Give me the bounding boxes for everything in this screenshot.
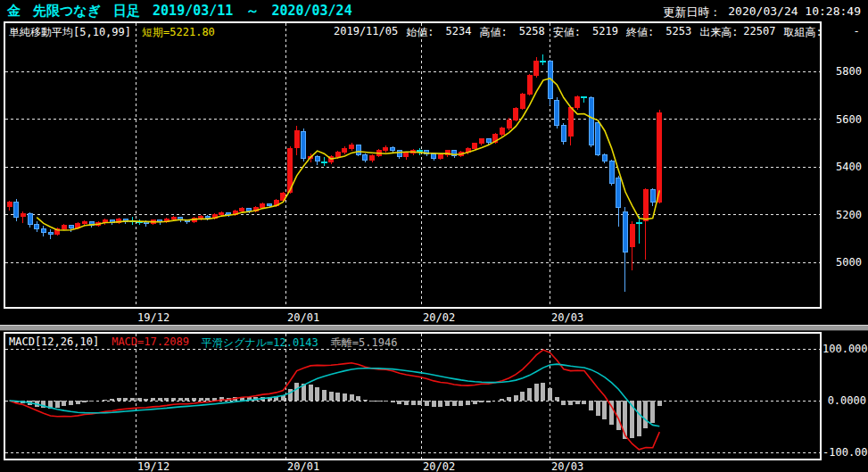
histogram-bar (144, 399, 148, 401)
macd-y-axis-label: 100.0000 (823, 343, 866, 355)
histogram-bar (473, 401, 477, 404)
candlestick (205, 216, 210, 218)
macd-x-axis-label: 20/02 (423, 460, 455, 472)
histogram-bar (555, 397, 559, 401)
histogram-bar (404, 401, 409, 405)
histogram-bar (657, 401, 662, 406)
candlestick (438, 154, 442, 158)
histogram-bar (575, 401, 580, 404)
candlestick (171, 217, 176, 219)
chart-application-window: 金 先限つなぎ 日足 2019/03/11 ～ 2020/03/24 更新日時：… (0, 0, 868, 472)
histogram-bar (192, 398, 196, 401)
histogram-bar (527, 388, 532, 401)
histogram-bar (123, 398, 128, 401)
ma-line (37, 79, 659, 230)
histogram-bar (582, 401, 586, 404)
candlestick (520, 94, 525, 108)
candlestick (602, 154, 607, 161)
histogram-bar (568, 401, 573, 405)
candlestick (616, 178, 621, 207)
histogram-bar (103, 400, 107, 401)
histogram-bar (329, 392, 334, 401)
histogram-bar (370, 401, 375, 402)
histogram-bar (178, 398, 183, 401)
macd-grid (5, 334, 820, 459)
histogram-bar (397, 401, 401, 404)
macd-x-axis-label: 19/12 (137, 460, 169, 472)
candlestick (391, 147, 395, 151)
candlestick (335, 153, 340, 157)
macd-y-axis-label: 0.0000 (823, 394, 866, 407)
histogram-bar (89, 401, 94, 402)
histogram-bar (541, 383, 545, 401)
low-value: 5219 (581, 25, 618, 40)
ma-short-value: 短期=5221.80 (142, 25, 215, 40)
price-y-axis-label: 5200 (824, 209, 862, 221)
price-x-axis-label: 20/01 (287, 311, 319, 324)
histogram-bar (596, 401, 600, 416)
macd-value: MACD=17.2089 (112, 335, 189, 351)
candlestick (268, 203, 272, 205)
candlestick (356, 145, 360, 155)
candlestick (260, 203, 265, 207)
histogram-bar (384, 401, 388, 402)
candlestick (219, 212, 224, 215)
histogram-bar (637, 401, 641, 436)
macd-indicator-row: MACD[12,26,10] MACD=17.2089 平滑シグナル=12.01… (9, 335, 397, 351)
high-value: 5258 (508, 25, 545, 40)
candlestick (500, 128, 504, 134)
histogram-bar (335, 393, 340, 401)
volume-label: 出来高: (699, 25, 738, 40)
histogram-bar (294, 383, 299, 401)
candlestick (589, 97, 593, 145)
candlestick (69, 226, 73, 228)
histogram-bar (130, 398, 135, 401)
ma-indicator-label: 単純移動平均[5,10,99] (9, 25, 131, 40)
quote-readout: 2019/11/05 始値:5234 高値:5258 安値:5219 終値:52… (334, 25, 868, 40)
candlestick (650, 189, 655, 202)
open-interest-label: 取組高: (783, 25, 822, 40)
macd-y-axis-label: -100.000 (823, 446, 866, 459)
histogram-bar (356, 396, 360, 401)
histogram-bar (417, 401, 422, 405)
histogram-bar (363, 400, 368, 401)
price-x-axis-label: 19/12 (137, 311, 169, 324)
candlestick (479, 139, 484, 144)
open-value: 5234 (434, 25, 471, 40)
candlestick (240, 209, 244, 211)
histogram-bar (288, 389, 293, 401)
histogram-bar (62, 401, 66, 406)
histogram-bar (322, 390, 327, 401)
candlestick (21, 213, 25, 216)
histogram-bar (376, 401, 381, 402)
histogram-bar (452, 401, 457, 406)
candlestick (48, 233, 53, 235)
candlestick (609, 161, 614, 184)
candlestick (514, 109, 518, 120)
histogram-bar (137, 398, 142, 401)
candlestick (527, 76, 532, 95)
histogram-bar (507, 397, 511, 401)
candlestick (432, 153, 436, 158)
histogram-bar (534, 384, 539, 401)
histogram-bar (41, 401, 45, 408)
candlestick (363, 154, 368, 160)
histogram-bar (55, 401, 60, 408)
low-label: 安値: (553, 25, 581, 40)
candlestick (62, 226, 66, 228)
macd-x-axis-label: 20/03 (551, 460, 583, 472)
histogram-bar (391, 401, 395, 402)
candlestick (370, 155, 375, 160)
volume-value: 22507 (738, 25, 775, 40)
price-grid (5, 23, 820, 307)
histogram-bar (82, 401, 87, 402)
histogram-bar (445, 401, 450, 406)
histogram-bar (602, 401, 607, 419)
macd-indicator-label: MACD[12,26,10] (9, 335, 99, 351)
chart-canvas[interactable] (0, 0, 868, 472)
histogram-bar (500, 399, 504, 401)
histogram-bar (171, 398, 176, 401)
high-label: 高値: (479, 25, 507, 40)
price-x-axis-label: 20/02 (423, 311, 455, 324)
price-x-axis-label: 20/03 (551, 311, 583, 324)
